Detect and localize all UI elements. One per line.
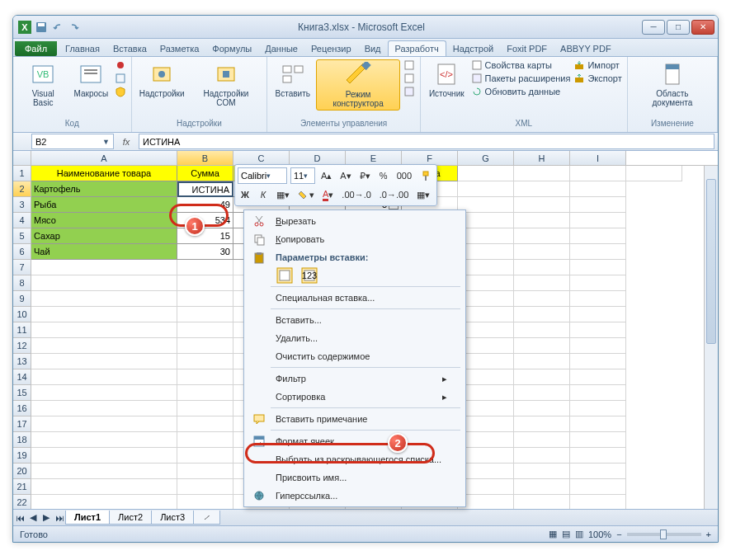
cell[interactable] (570, 322, 626, 338)
cell[interactable]: Мясо (31, 213, 177, 228)
zoom-out-button[interactable]: − (616, 529, 621, 539)
source-button[interactable]: </>Источник (426, 59, 468, 100)
row-header-1[interactable]: 1 (13, 166, 31, 181)
ctx-format-cells[interactable]: Формат ячеек... (246, 432, 464, 450)
ctx-insert-comment[interactable]: Вставить примечание (246, 410, 464, 428)
cell[interactable] (570, 181, 626, 197)
cell[interactable] (458, 260, 514, 275)
sheet-nav-prev[interactable]: ◀ (26, 512, 40, 523)
name-box[interactable]: B2▼ (31, 134, 114, 149)
row-header-20[interactable]: 20 (13, 464, 31, 479)
ctx-pick-from-list[interactable]: Выбрать из раскрывающегося списка... (246, 450, 464, 468)
font-color-icon[interactable]: A▾ (320, 186, 336, 203)
cell[interactable] (570, 197, 626, 213)
col-header-h[interactable]: H (514, 151, 570, 165)
import-button[interactable]: Импорт (573, 59, 621, 71)
row-header-2[interactable]: 2 (13, 181, 31, 197)
document-panel-button[interactable]: Область документа (633, 59, 712, 109)
export-button[interactable]: Экспорт (573, 73, 621, 84)
fill-color-icon[interactable]: ▾ (295, 186, 317, 203)
col-header-i[interactable]: I (570, 151, 626, 165)
col-header-d[interactable]: D (290, 151, 346, 165)
relative-ref-button[interactable] (115, 73, 126, 84)
cell[interactable] (458, 385, 514, 401)
cell[interactable] (31, 338, 177, 354)
undo-icon[interactable] (51, 21, 64, 34)
cell[interactable] (458, 228, 514, 244)
tab-data[interactable]: Данные (258, 41, 304, 56)
cell[interactable] (570, 416, 626, 432)
cell[interactable]: Сумма (177, 166, 233, 181)
record-macro-button[interactable] (115, 59, 126, 71)
cell[interactable] (514, 401, 570, 416)
cell[interactable] (570, 432, 626, 448)
cell[interactable] (458, 197, 514, 213)
tab-developer[interactable]: Разработч (388, 40, 446, 56)
cell[interactable] (31, 275, 177, 291)
cell[interactable] (458, 244, 514, 260)
cell[interactable] (514, 197, 570, 213)
ctx-copy[interactable]: Копировать (246, 230, 464, 248)
cell[interactable]: Картофель (31, 181, 177, 197)
row-header-18[interactable]: 18 (13, 432, 31, 448)
cell[interactable]: 30 (177, 244, 233, 260)
redo-icon[interactable] (68, 21, 81, 34)
cell[interactable] (570, 228, 626, 244)
cell[interactable] (177, 354, 233, 369)
cell[interactable] (177, 464, 233, 479)
cell[interactable] (31, 291, 177, 307)
tab-layout[interactable]: Разметка (153, 41, 206, 56)
cell[interactable]: Чай (31, 244, 177, 260)
mini-size-select[interactable]: 11 ▾ (290, 167, 315, 184)
addins-button[interactable]: Надстройки (137, 59, 187, 100)
grow-font-icon[interactable]: A▴ (318, 167, 334, 184)
cell[interactable] (31, 354, 177, 369)
macros-button[interactable]: Макросы (71, 59, 111, 100)
cell[interactable] (177, 322, 233, 338)
properties-button[interactable] (403, 59, 415, 71)
increase-decimal-icon[interactable]: .00→.0 (339, 186, 373, 203)
cell[interactable] (514, 181, 570, 197)
col-header-a[interactable]: A (31, 151, 177, 165)
col-header-b[interactable]: B (177, 151, 233, 165)
row-header-10[interactable]: 10 (13, 307, 31, 322)
close-button[interactable]: ✕ (691, 20, 714, 35)
cell[interactable] (514, 166, 570, 181)
tab-formulas[interactable]: Формулы (205, 41, 258, 56)
zoom-slider[interactable] (627, 533, 701, 536)
cell[interactable] (514, 416, 570, 432)
col-header-e[interactable]: E (346, 151, 402, 165)
cell[interactable] (31, 260, 177, 275)
cell[interactable] (514, 479, 570, 495)
cell[interactable] (458, 464, 514, 479)
cell[interactable] (514, 464, 570, 479)
mini-font-select[interactable]: Calibri ▾ (238, 167, 287, 184)
view-layout-icon[interactable]: ▤ (562, 529, 570, 539)
cell[interactable] (458, 448, 514, 464)
ctx-filter[interactable]: Фильтр▸ (246, 369, 464, 388)
select-all-corner[interactable] (13, 151, 31, 165)
maximize-button[interactable]: □ (667, 20, 690, 35)
cell[interactable] (514, 244, 570, 260)
fx-icon[interactable]: fx (119, 134, 134, 149)
cell[interactable] (570, 385, 626, 401)
cell[interactable] (458, 291, 514, 307)
cell[interactable] (514, 307, 570, 322)
ctx-insert[interactable]: Вставить... (246, 311, 464, 329)
cell[interactable] (458, 322, 514, 338)
ctx-paste-special[interactable]: Специальная вставка... (246, 289, 464, 307)
cell[interactable] (177, 307, 233, 322)
formula-bar[interactable]: ИСТИНА (139, 134, 714, 149)
cell[interactable] (177, 385, 233, 401)
cell[interactable]: 49 (177, 197, 233, 213)
file-tab[interactable]: Файл (15, 41, 57, 56)
ctx-define-name[interactable]: Присвоить имя... (246, 468, 464, 487)
cell[interactable] (514, 369, 570, 385)
row-header-5[interactable]: 5 (13, 228, 31, 244)
comma-icon[interactable]: 000 (394, 167, 414, 184)
refresh-data-button[interactable]: Обновить данные (471, 86, 571, 97)
cell[interactable] (570, 448, 626, 464)
cell[interactable] (458, 401, 514, 416)
cell[interactable] (177, 432, 233, 448)
row-header-9[interactable]: 9 (13, 291, 31, 307)
